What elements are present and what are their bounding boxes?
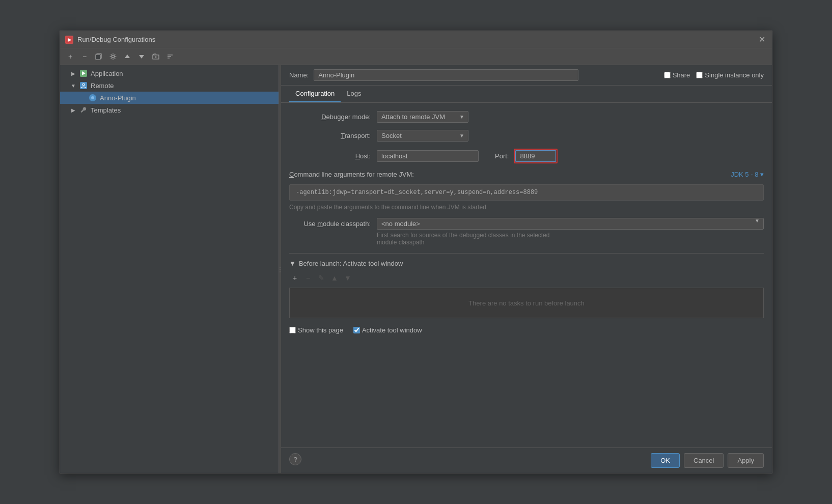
tab-bar: Configuration Logs [281, 86, 772, 103]
main-content: ▶ Application ▼ [60, 65, 772, 473]
sidebar-item-label: Remote [91, 82, 114, 90]
config-name-input[interactable] [314, 69, 578, 81]
cmdline-header-row: Command line arguments for remote JVM: J… [289, 171, 764, 181]
arrow-expanded-icon: ▼ [70, 82, 76, 89]
tab-logs[interactable]: Logs [341, 86, 367, 102]
show-page-text: Show this page [298, 326, 343, 334]
app-icon: ▶ [65, 36, 73, 44]
single-instance-checkbox-label[interactable]: Single instance only [696, 71, 764, 79]
svg-marker-5 [125, 54, 130, 58]
svg-text:▶: ▶ [68, 37, 72, 42]
share-checkbox-label[interactable]: Share [664, 71, 690, 79]
title-bar: ▶ Run/Debug Configurations ✕ [60, 31, 772, 48]
share-label: Share [673, 71, 690, 79]
module-classpath-hint: First search for sources of the debugged… [377, 232, 764, 246]
svg-marker-6 [139, 55, 144, 59]
settings-config-button[interactable] [107, 50, 119, 63]
before-launch-label: Before launch: Activate tool window [299, 260, 403, 267]
cmdline-value: -agentlib:jdwp=transport=dt_socket,serve… [296, 189, 538, 196]
no-tasks-box: There are no tasks to run before launch [289, 288, 764, 318]
debugger-mode-select-wrapper: Attach to remote JVM Listen to remote JV… [377, 111, 468, 123]
help-button[interactable]: ? [289, 453, 301, 465]
sort-button[interactable] [164, 50, 176, 63]
tab-configuration[interactable]: Configuration [289, 86, 341, 102]
title-bar-left: ▶ Run/Debug Configurations [65, 36, 155, 44]
collapse-icon: ▼ [289, 260, 296, 267]
sidebar-item-label: Application [91, 70, 123, 77]
cmdline-label: Command line arguments for remote JVM: [289, 171, 414, 178]
svg-point-17 [91, 96, 94, 99]
move-task-up-button[interactable]: ▲ [329, 272, 340, 284]
no-tasks-label: There are no tasks to run before launch [468, 299, 585, 307]
svg-point-4 [112, 55, 115, 58]
port-label: Port: [495, 152, 509, 160]
move-task-down-button[interactable]: ▼ [342, 272, 353, 284]
debugger-mode-label: Debugger mode: [289, 113, 371, 121]
new-folder-button[interactable] [150, 50, 162, 63]
copy-config-button[interactable] [93, 50, 105, 63]
edit-task-button[interactable]: ✎ [316, 272, 327, 284]
config-header: Name: Share Single instance only [281, 65, 772, 86]
port-section: Port: [495, 149, 558, 163]
remove-task-button[interactable]: − [302, 272, 314, 284]
arrow-icon: ▶ [70, 70, 76, 76]
config-panel: Name: Share Single instance only [281, 65, 772, 473]
transport-select[interactable]: Socket Shared memory [377, 130, 468, 142]
show-page-checkbox[interactable] [289, 327, 296, 333]
add-task-button[interactable]: + [289, 272, 300, 284]
port-input[interactable] [515, 150, 556, 162]
sidebar-item-label: Anno-Plugin [100, 94, 136, 102]
transport-row: Transport: Socket Shared memory ▼ [289, 130, 764, 142]
share-checkbox[interactable] [664, 72, 671, 78]
activate-tool-label[interactable]: Activate tool window [353, 326, 422, 334]
move-down-button[interactable] [135, 50, 148, 63]
debugger-mode-row: Debugger mode: Attach to remote JVM List… [289, 111, 764, 123]
sidebar-item-label: Templates [91, 106, 121, 114]
bottom-options: Show this page Activate tool window [289, 323, 764, 337]
remote-icon [79, 81, 88, 90]
run-debug-dialog: ▶ Run/Debug Configurations ✕ + − [60, 31, 772, 473]
dialog-footer: ? OK Cancel Apply [281, 447, 772, 473]
ok-button[interactable]: OK [651, 453, 680, 468]
transport-label: Transport: [289, 132, 371, 139]
config-body: Debugger mode: Attach to remote JVM List… [281, 103, 772, 447]
cancel-button[interactable]: Cancel [684, 453, 724, 468]
activate-tool-checkbox[interactable] [353, 327, 360, 333]
host-label: Host: [289, 152, 371, 160]
debugger-mode-select[interactable]: Attach to remote JVM Listen to remote JV… [377, 111, 468, 123]
before-launch-section: ▼ Before launch: Activate tool window + … [289, 253, 764, 343]
plugin-icon [89, 94, 97, 102]
module-classpath-label: Use module classpath: [289, 220, 371, 228]
activate-tool-text: Activate tool window [362, 326, 422, 334]
single-instance-checkbox[interactable] [696, 72, 703, 78]
add-config-button[interactable]: + [64, 50, 76, 63]
show-page-label[interactable]: Show this page [289, 326, 343, 334]
before-launch-header[interactable]: ▼ Before launch: Activate tool window [289, 260, 764, 267]
before-launch-toolbar: + − ✎ ▲ ▼ [289, 272, 764, 284]
close-button[interactable]: ✕ [757, 35, 767, 45]
module-classpath-select[interactable]: <no module> [377, 218, 764, 230]
wrench-icon [79, 106, 88, 114]
config-options: Share Single instance only [664, 71, 764, 79]
sidebar-item-application[interactable]: ▶ Application [60, 67, 279, 79]
config-name-row: Name: [289, 69, 578, 81]
sidebar-item-remote[interactable]: ▼ Remote [60, 79, 279, 92]
sidebar-item-templates[interactable]: ▶ Templates [60, 104, 279, 116]
single-instance-label: Single instance only [705, 71, 764, 79]
transport-select-wrapper: Socket Shared memory ▼ [377, 130, 468, 142]
jdk-version-link[interactable]: JDK 5 - 8 ▾ [731, 171, 764, 178]
application-icon [79, 69, 88, 77]
name-label: Name: [289, 71, 309, 79]
host-input[interactable] [377, 150, 479, 162]
arrow-icon: ▶ [70, 107, 76, 113]
svg-rect-3 [96, 54, 100, 60]
port-input-highlight [514, 149, 558, 163]
sidebar-toolbar: + − [60, 48, 772, 65]
host-port-row: Host: Port: [289, 149, 764, 163]
remove-config-button[interactable]: − [78, 50, 91, 63]
apply-button[interactable]: Apply [728, 453, 764, 468]
module-classpath-row: Use module classpath: <no module> ▼ [289, 218, 764, 230]
move-up-button[interactable] [121, 50, 133, 63]
sidebar-item-anno-plugin[interactable]: Anno-Plugin [60, 92, 279, 104]
cmdline-box: -agentlib:jdwp=transport=dt_socket,serve… [289, 184, 764, 201]
